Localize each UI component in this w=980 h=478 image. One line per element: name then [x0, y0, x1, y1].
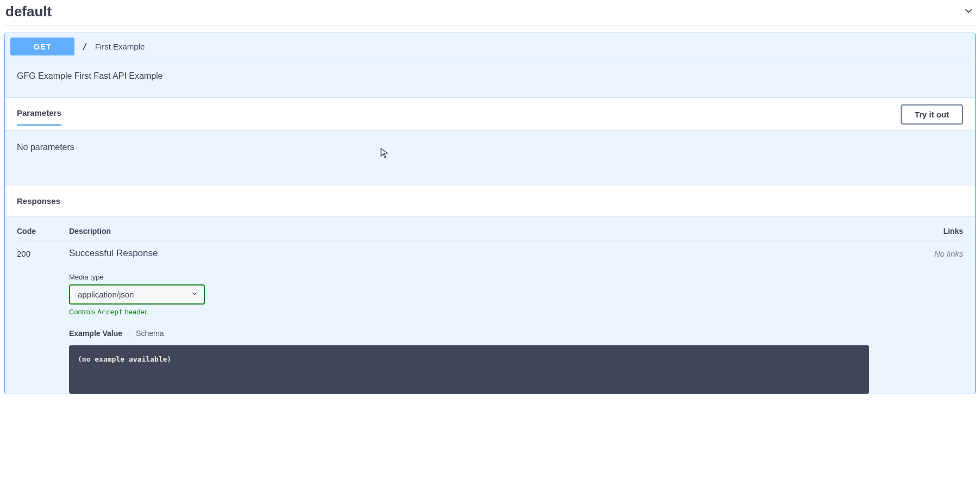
- col-header-links: Links: [920, 227, 963, 235]
- responses-section-header: Responses: [5, 185, 975, 217]
- controls-prefix: Controls: [69, 308, 97, 316]
- response-description: Successful Response: [69, 248, 920, 259]
- example-schema-tabs: Example Value Schema: [69, 329, 920, 338]
- controls-code: Accept: [97, 308, 123, 316]
- tab-separator: [129, 330, 129, 337]
- controls-suffix: header.: [123, 308, 148, 316]
- endpoint-description: GFG Example First Fast API Example: [5, 60, 975, 98]
- parameters-tab[interactable]: Parameters: [17, 108, 61, 126]
- response-links: No links: [920, 248, 963, 394]
- tag-title: default: [5, 3, 52, 20]
- media-type-label: Media type: [69, 273, 920, 281]
- tab-example-value[interactable]: Example Value: [69, 329, 122, 338]
- example-code-box: (no example available): [69, 345, 869, 394]
- response-body: Successful Response Media type applicati…: [69, 248, 920, 394]
- try-it-out-button[interactable]: Try it out: [901, 104, 963, 125]
- media-type-select[interactable]: application/json: [69, 284, 205, 305]
- col-header-description: Description: [69, 227, 920, 235]
- operation-summary-row[interactable]: GET / First Example: [5, 33, 975, 60]
- chevron-down-icon: [963, 5, 975, 19]
- parameters-section-header: Parameters Try it out: [5, 98, 975, 131]
- method-badge: GET: [10, 38, 74, 55]
- responses-table-head: Code Description Links: [17, 227, 963, 240]
- col-header-code: Code: [17, 227, 69, 235]
- no-parameters-text: No parameters: [5, 131, 975, 185]
- endpoint-summary: First Example: [95, 42, 145, 51]
- response-row: 200 Successful Response Media type appli…: [17, 248, 963, 394]
- response-code: 200: [17, 248, 69, 394]
- responses-table: Code Description Links 200 Successful Re…: [5, 217, 975, 394]
- endpoint-path: /: [82, 41, 88, 52]
- tag-header[interactable]: default: [4, 0, 976, 26]
- media-type-select-wrap: application/json: [69, 284, 205, 305]
- operation-block: GET / First Example GFG Example First Fa…: [4, 33, 976, 394]
- controls-accept-note: Controls Accept header.: [69, 308, 920, 316]
- tab-schema[interactable]: Schema: [136, 329, 164, 338]
